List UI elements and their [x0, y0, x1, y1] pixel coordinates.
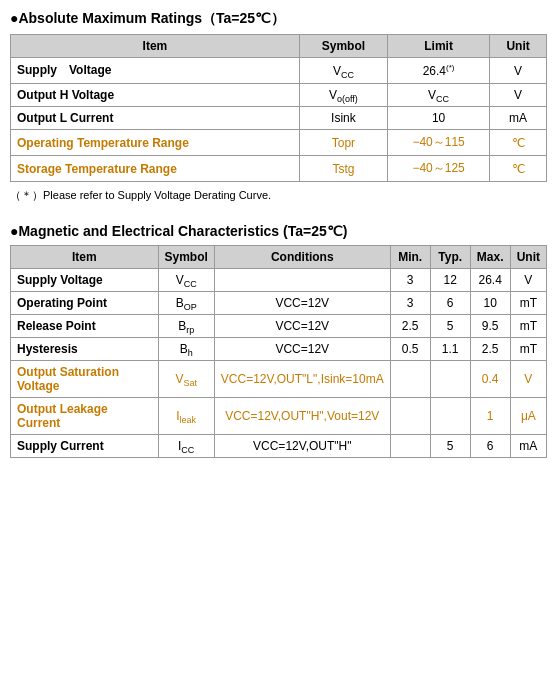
- cell-conditions: VCC=12V,OUT"L",Isink=10mA: [214, 361, 390, 398]
- col2-symbol-header: Symbol: [158, 246, 214, 269]
- table-row: Output Leakage CurrentIleakVCC=12V,OUT"H…: [11, 398, 547, 435]
- table-row: Storage Temperature RangeTstg−40～125℃: [11, 156, 547, 182]
- cell-limit: 10: [387, 107, 489, 130]
- cell-symbol: VSat: [158, 361, 214, 398]
- cell-item: Output Leakage Current: [11, 398, 159, 435]
- table-row: Output Saturation VoltageVSatVCC=12V,OUT…: [11, 361, 547, 398]
- cell-symbol: Tstg: [299, 156, 387, 182]
- cell-unit: V: [510, 269, 546, 292]
- cell-min: 3: [390, 292, 430, 315]
- cell-item: Output Saturation Voltage: [11, 361, 159, 398]
- cell-limit: VCC: [387, 84, 489, 107]
- cell-conditions: [214, 269, 390, 292]
- cell-min: 2.5: [390, 315, 430, 338]
- cell-min: [390, 398, 430, 435]
- cell-item: Storage Temperature Range: [11, 156, 300, 182]
- cell-limit: −40～125: [387, 156, 489, 182]
- cell-min: [390, 361, 430, 398]
- col-limit-header: Limit: [387, 35, 489, 58]
- cell-max: 2.5: [470, 338, 510, 361]
- cell-unit: V: [490, 84, 547, 107]
- table-row: Supply CurrentICCVCC=12V,OUT"H"56mA: [11, 435, 547, 458]
- table-row: HysteresisBhVCC=12V0.51.12.5mT: [11, 338, 547, 361]
- cell-symbol: BOP: [158, 292, 214, 315]
- cell-conditions: VCC=12V: [214, 315, 390, 338]
- cell-typ: 6: [430, 292, 470, 315]
- magnetic-electrical-table: Item Symbol Conditions Min. Typ. Max. Un…: [10, 245, 547, 458]
- cell-typ: 5: [430, 315, 470, 338]
- cell-symbol: Ileak: [158, 398, 214, 435]
- cell-limit: 26.4(*): [387, 58, 489, 84]
- cell-typ: [430, 398, 470, 435]
- cell-max: 26.4: [470, 269, 510, 292]
- cell-max: 1: [470, 398, 510, 435]
- table-row: Output H VoltageVo(off)VCCV: [11, 84, 547, 107]
- cell-max: 9.5: [470, 315, 510, 338]
- section1-note: （＊）Please refer to Supply Voltage Derati…: [10, 188, 547, 203]
- cell-conditions: VCC=12V: [214, 338, 390, 361]
- cell-item: Hysteresis: [11, 338, 159, 361]
- cell-unit: ℃: [490, 156, 547, 182]
- table-row: Supply VoltageVCC31226.4V: [11, 269, 547, 292]
- cell-unit: V: [490, 58, 547, 84]
- cell-conditions: VCC=12V,OUT"H",Vout=12V: [214, 398, 390, 435]
- cell-conditions: VCC=12V: [214, 292, 390, 315]
- col2-unit-header: Unit: [510, 246, 546, 269]
- cell-typ: 12: [430, 269, 470, 292]
- section1-container: ●Absolute Maximum Ratings（Ta=25℃） Item S…: [10, 10, 547, 203]
- table-row: Output L CurrentIsink10mA: [11, 107, 547, 130]
- cell-min: 3: [390, 269, 430, 292]
- cell-max: 0.4: [470, 361, 510, 398]
- cell-limit: −40～115: [387, 130, 489, 156]
- col2-item-header: Item: [11, 246, 159, 269]
- section1-title: ●Absolute Maximum Ratings（Ta=25℃）: [10, 10, 547, 28]
- cell-unit: mA: [510, 435, 546, 458]
- col-unit-header: Unit: [490, 35, 547, 58]
- section2-container: ●Magnetic and Electrical Characteristics…: [10, 223, 547, 458]
- cell-symbol: ICC: [158, 435, 214, 458]
- cell-item: Operating Temperature Range: [11, 130, 300, 156]
- cell-item: Output H Voltage: [11, 84, 300, 107]
- col2-max-header: Max.: [470, 246, 510, 269]
- section2-title: ●Magnetic and Electrical Characteristics…: [10, 223, 547, 239]
- col-symbol-header: Symbol: [299, 35, 387, 58]
- col2-min-header: Min.: [390, 246, 430, 269]
- cell-unit: V: [510, 361, 546, 398]
- cell-symbol: Bh: [158, 338, 214, 361]
- cell-item: Operating Point: [11, 292, 159, 315]
- cell-typ: 1.1: [430, 338, 470, 361]
- cell-item: Release Point: [11, 315, 159, 338]
- cell-item: Supply Voltage: [11, 58, 300, 84]
- absolute-max-table: Item Symbol Limit Unit Supply VoltageVCC…: [10, 34, 547, 182]
- col-item-header: Item: [11, 35, 300, 58]
- cell-unit: μA: [510, 398, 546, 435]
- col2-typ-header: Typ.: [430, 246, 470, 269]
- cell-symbol: Vo(off): [299, 84, 387, 107]
- table-row: Supply VoltageVCC26.4(*)V: [11, 58, 547, 84]
- cell-conditions: VCC=12V,OUT"H": [214, 435, 390, 458]
- cell-symbol: Isink: [299, 107, 387, 130]
- cell-item: Supply Current: [11, 435, 159, 458]
- cell-typ: 5: [430, 435, 470, 458]
- cell-unit: mT: [510, 315, 546, 338]
- cell-symbol: VCC: [299, 58, 387, 84]
- col2-conditions-header: Conditions: [214, 246, 390, 269]
- cell-min: [390, 435, 430, 458]
- cell-symbol: VCC: [158, 269, 214, 292]
- cell-min: 0.5: [390, 338, 430, 361]
- cell-unit: ℃: [490, 130, 547, 156]
- cell-unit: mT: [510, 292, 546, 315]
- table-row: Release PointBrpVCC=12V2.559.5mT: [11, 315, 547, 338]
- table-row: Operating PointBOPVCC=12V3610mT: [11, 292, 547, 315]
- cell-symbol: Topr: [299, 130, 387, 156]
- cell-unit: mA: [490, 107, 547, 130]
- cell-item: Output L Current: [11, 107, 300, 130]
- cell-item: Supply Voltage: [11, 269, 159, 292]
- cell-symbol: Brp: [158, 315, 214, 338]
- cell-typ: [430, 361, 470, 398]
- cell-max: 10: [470, 292, 510, 315]
- cell-unit: mT: [510, 338, 546, 361]
- cell-max: 6: [470, 435, 510, 458]
- table-row: Operating Temperature RangeTopr−40～115℃: [11, 130, 547, 156]
